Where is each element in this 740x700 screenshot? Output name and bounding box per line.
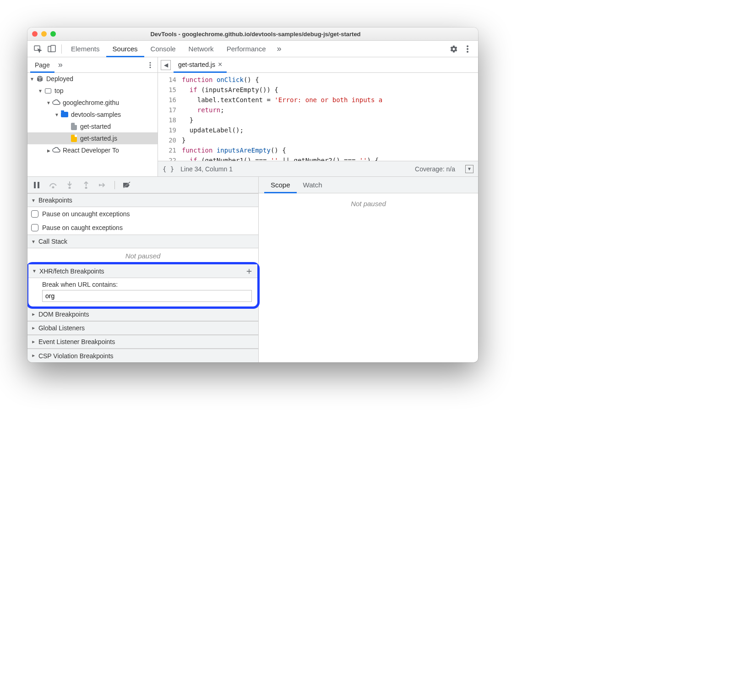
step-out-icon[interactable] bbox=[82, 180, 91, 190]
tree-folder[interactable]: devtools-samples bbox=[27, 109, 158, 120]
svg-point-13 bbox=[86, 187, 87, 188]
xhr-highlight: ▼XHR/fetch Breakpoints ＋ Break when URL … bbox=[27, 262, 260, 309]
cloud-icon bbox=[52, 98, 60, 107]
tree-label: googlechrome.githu bbox=[63, 99, 119, 106]
pause-caught-row: Pause on caught exceptions bbox=[27, 221, 258, 235]
navigator-menu-icon[interactable] bbox=[146, 62, 155, 68]
svg-point-14 bbox=[99, 184, 100, 186]
navigator-overflow[interactable]: » bbox=[54, 60, 66, 70]
section-event[interactable]: ▼Event Listener Breakpoints bbox=[27, 335, 258, 349]
scope-empty: Not paused bbox=[259, 193, 478, 211]
section-xhr[interactable]: ▼XHR/fetch Breakpoints ＋ bbox=[28, 264, 257, 278]
section-callstack[interactable]: ▼Call Stack bbox=[27, 235, 258, 248]
step-into-icon[interactable] bbox=[65, 180, 74, 190]
pause-uncaught-checkbox[interactable] bbox=[31, 210, 38, 218]
tree-top[interactable]: top bbox=[27, 85, 158, 97]
pause-uncaught-label: Pause on uncaught exceptions bbox=[42, 210, 130, 218]
inspect-element-icon[interactable] bbox=[31, 42, 45, 56]
zoom-window-button[interactable] bbox=[50, 31, 56, 37]
pretty-print-icon[interactable]: { } bbox=[163, 165, 174, 173]
svg-rect-2 bbox=[51, 45, 55, 52]
tree-label: devtools-samples bbox=[71, 111, 121, 118]
step-icon[interactable] bbox=[98, 180, 107, 190]
tree-label: React Developer To bbox=[63, 147, 119, 154]
svg-point-4 bbox=[467, 48, 468, 50]
frame-icon bbox=[44, 87, 52, 95]
svg-point-7 bbox=[149, 64, 151, 66]
editor-status-bar: { } Line 34, Column 1 Coverage: n/a ▼ bbox=[158, 161, 478, 176]
svg-point-3 bbox=[467, 45, 468, 47]
svg-rect-9 bbox=[34, 182, 36, 188]
section-csp[interactable]: ▼CSP Violation Breakpoints bbox=[27, 349, 258, 362]
section-global[interactable]: ▼Global Listeners bbox=[27, 321, 258, 335]
debugger-panes: ▼Breakpoints Pause on uncaught exception… bbox=[27, 176, 478, 362]
separator bbox=[114, 181, 115, 189]
file-tree: Deployed top googlechrome.githu devtools… bbox=[27, 73, 158, 176]
tree-label: get-started bbox=[80, 123, 111, 130]
svg-point-12 bbox=[69, 187, 71, 188]
file-js-icon bbox=[70, 134, 78, 142]
debug-controls bbox=[27, 177, 258, 193]
window-title: DevTools - googlechrome.github.io/devtoo… bbox=[60, 31, 473, 38]
section-dom[interactable]: ▼DOM Breakpoints bbox=[27, 307, 258, 321]
tree-label: Deployed bbox=[46, 75, 73, 82]
page-tab[interactable]: Page bbox=[30, 57, 54, 73]
panel-tabs: Elements Sources Console Network Perform… bbox=[65, 41, 272, 57]
add-xhr-breakpoint-icon[interactable]: ＋ bbox=[245, 265, 254, 277]
debugger-right: Scope Watch Not paused bbox=[259, 177, 478, 362]
pause-caught-checkbox[interactable] bbox=[31, 224, 38, 231]
scope-tabs: Scope Watch bbox=[259, 177, 478, 193]
minimize-window-button[interactable] bbox=[41, 31, 47, 37]
callstack-empty: Not paused bbox=[27, 248, 258, 263]
device-toggle-icon[interactable] bbox=[45, 42, 59, 56]
code-body: function onClick() { if (inputsAreEmpty(… bbox=[181, 73, 478, 161]
tree-file-html[interactable]: get-started bbox=[27, 120, 158, 132]
tree-label: get-started.js bbox=[80, 135, 117, 142]
debugger-left: ▼Breakpoints Pause on uncaught exception… bbox=[27, 177, 259, 362]
close-tab-icon[interactable]: × bbox=[218, 57, 222, 72]
devtools-window: DevTools - googlechrome.github.io/devtoo… bbox=[27, 27, 478, 362]
svg-point-6 bbox=[149, 62, 151, 63]
tab-network[interactable]: Network bbox=[182, 41, 220, 57]
tree-file-js[interactable]: get-started.js bbox=[27, 132, 158, 144]
cloud-icon bbox=[52, 146, 60, 154]
svg-point-5 bbox=[467, 51, 468, 53]
tree-deployed[interactable]: Deployed bbox=[27, 73, 158, 85]
pause-icon[interactable] bbox=[32, 180, 41, 190]
tree-domain[interactable]: googlechrome.githu bbox=[27, 97, 158, 109]
tab-console[interactable]: Console bbox=[144, 41, 182, 57]
editor-pane: ◀ get-started.js × 14 15 16 17 18 19 20 … bbox=[158, 57, 478, 176]
file-tab[interactable]: get-started.js × bbox=[174, 57, 227, 73]
section-breakpoints[interactable]: ▼Breakpoints bbox=[27, 193, 258, 207]
tab-watch[interactable]: Watch bbox=[297, 177, 329, 193]
file-tab-label: get-started.js bbox=[178, 57, 215, 72]
settings-icon[interactable] bbox=[447, 42, 461, 56]
cursor-position: Line 34, Column 1 bbox=[180, 165, 233, 173]
separator bbox=[61, 44, 62, 54]
kebab-menu-icon[interactable] bbox=[461, 42, 474, 56]
status-dropdown-icon[interactable]: ▼ bbox=[465, 165, 473, 173]
coverage-label: Coverage: n/a bbox=[415, 165, 455, 173]
pause-caught-label: Pause on caught exceptions bbox=[42, 224, 123, 231]
pause-uncaught-row: Pause on uncaught exceptions bbox=[27, 207, 258, 221]
more-tabs-button[interactable]: » bbox=[272, 44, 286, 54]
line-gutter: 14 15 16 17 18 19 20 21 22 bbox=[158, 73, 181, 161]
tab-elements[interactable]: Elements bbox=[65, 41, 106, 57]
svg-point-11 bbox=[53, 186, 54, 188]
editor-tabs: ◀ get-started.js × bbox=[158, 57, 478, 73]
tree-label: top bbox=[54, 87, 63, 94]
code-editor[interactable]: 14 15 16 17 18 19 20 21 22 function onCl… bbox=[158, 73, 478, 161]
tab-performance[interactable]: Performance bbox=[220, 41, 272, 57]
main-toolbar: Elements Sources Console Network Perform… bbox=[27, 41, 478, 57]
xhr-url-input[interactable] bbox=[42, 290, 252, 302]
deactivate-breakpoints-icon[interactable] bbox=[122, 180, 131, 190]
xhr-body: Break when URL contains: bbox=[28, 278, 257, 306]
folder-icon bbox=[60, 110, 69, 119]
tab-sources[interactable]: Sources bbox=[106, 41, 144, 57]
nav-back-icon[interactable]: ◀ bbox=[161, 60, 171, 70]
window-controls bbox=[32, 31, 56, 37]
tree-react-ext[interactable]: React Developer To bbox=[27, 144, 158, 156]
tab-scope[interactable]: Scope bbox=[264, 177, 297, 193]
step-over-icon[interactable] bbox=[49, 180, 58, 190]
close-window-button[interactable] bbox=[32, 31, 38, 37]
